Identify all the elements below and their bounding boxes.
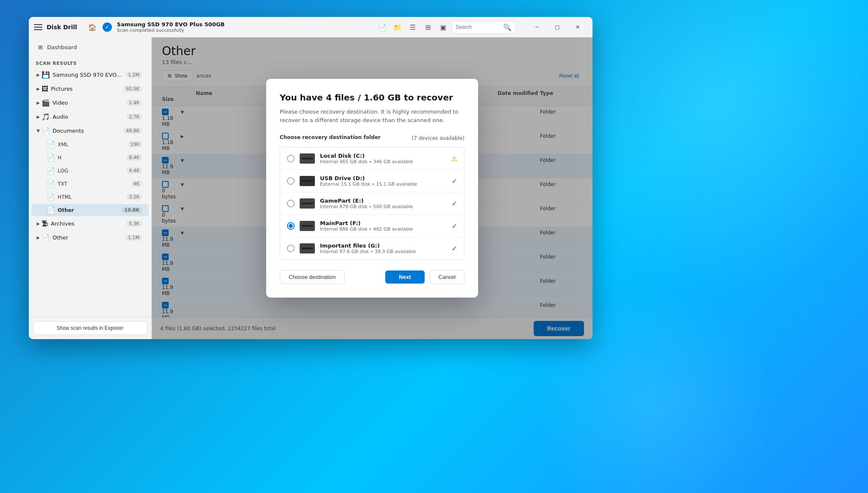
other-icon: 📄	[42, 234, 50, 242]
sidebar-item-audio[interactable]: ▶ 🎵 Audio 2.7K	[31, 110, 149, 123]
search-input[interactable]	[456, 24, 501, 30]
expand-icon: ▼	[35, 128, 42, 134]
modal-header-row: Choose recovery destination folder (7 de…	[280, 134, 465, 142]
dashboard-icon: ⊞	[38, 44, 43, 50]
drive-icon-e	[300, 198, 315, 209]
close-button[interactable]: ✕	[568, 20, 587, 34]
documents-count: 49.8K	[123, 128, 142, 134]
device-option-g[interactable]: Important files (G:) Internal 97.6 GB di…	[280, 237, 464, 259]
dashboard-label: Dashboard	[47, 44, 77, 50]
html-icon: 📄	[47, 193, 55, 201]
file-icon-btn[interactable]: 📄	[376, 20, 389, 34]
sidebar-item-h[interactable]: 📄 H 8.4K	[31, 151, 149, 164]
list-icon-btn[interactable]: ☰	[406, 20, 420, 34]
folder-icon-btn[interactable]: 📁	[391, 20, 404, 34]
archives-count: 5.3K	[126, 220, 142, 227]
device-radio-f[interactable]	[287, 222, 295, 230]
device-radio-e[interactable]	[287, 200, 295, 207]
sidebar-item-pictures[interactable]: ▶ 🖼 Pictures 92.5K	[31, 82, 149, 95]
device-status: Scan completed successfully	[117, 28, 225, 33]
device-status-f: ✓	[452, 222, 457, 230]
cancel-button[interactable]: Cancel	[430, 270, 465, 284]
choose-destination-button[interactable]: Choose destination	[280, 270, 345, 284]
app-title: Disk Drill	[47, 24, 77, 31]
h-label: H	[58, 155, 126, 161]
app-body: ⊞ Dashboard Scan results ▶ 💾 Samsung SSD…	[29, 37, 593, 339]
devices-list: Local Disk (C:) Internal 465 GB disk • 3…	[280, 147, 465, 260]
minimize-button[interactable]: ─	[527, 20, 547, 34]
samsung-count: 1.2M	[125, 72, 142, 78]
sidebar-item-documents[interactable]: ▼ 📄 Documents 49.8K	[31, 124, 149, 137]
maximize-button[interactable]: □	[548, 20, 567, 34]
device-info-g: Important files (G:) Internal 97.6 GB di…	[320, 242, 447, 254]
modal-devices-label: (7 devices available)	[412, 135, 465, 141]
next-button[interactable]: Next	[385, 270, 424, 284]
documents-icon: 📄	[42, 127, 50, 135]
device-radio-d[interactable]	[287, 177, 295, 185]
device-radio-c[interactable]	[287, 155, 295, 162]
html-label: HTML	[58, 194, 126, 200]
title-bar: Disk Drill 🏠 ✓ Samsung SSD 970 EVO Plus …	[29, 17, 593, 37]
other-count: 1.1M	[125, 234, 142, 241]
device-name: Samsung SSD 970 EVO Plus 500GB	[117, 21, 225, 28]
sidebar: ⊞ Dashboard Scan results ▶ 💾 Samsung SSD…	[29, 37, 152, 339]
sidebar-item-xml[interactable]: 📄 XML 19K	[31, 138, 149, 150]
device-desc-f: Internal 886 GB disk • 482 GB available	[320, 226, 447, 232]
app-window: Disk Drill 🏠 ✓ Samsung SSD 970 EVO Plus …	[29, 17, 593, 339]
device-desc-g: Internal 97.6 GB disk • 39.3 GB availabl…	[320, 249, 447, 254]
video-icon: 🎬	[42, 99, 50, 107]
device-option-c[interactable]: Local Disk (C:) Internal 465 GB disk • 3…	[280, 148, 464, 170]
device-option-d[interactable]: USB Drive (D:) External 15.1 GB disk • 1…	[280, 170, 464, 192]
pictures-label: Pictures	[51, 86, 123, 92]
device-name-e: GamePart (E:)	[320, 198, 447, 204]
other-docs-icon: 📄	[47, 206, 55, 214]
sidebar-item-other[interactable]: ▶ 📄 Other 1.1M	[31, 231, 149, 244]
sidebar-item-archives[interactable]: ▶ 🗜 Archives 5.3K	[31, 217, 149, 230]
sidebar-item-video[interactable]: ▶ 🎬 Video 1.4K	[31, 96, 149, 109]
drive-icon-g	[300, 243, 315, 253]
archives-label: Archives	[51, 220, 126, 227]
other-docs-count: 10.8K	[122, 207, 142, 213]
drive-icon-d	[300, 176, 315, 186]
device-radio-g[interactable]	[287, 245, 295, 252]
log-label: LOG	[58, 168, 126, 174]
device-name-f: MainPart (F:)	[320, 220, 447, 226]
expand-icon: ▶	[35, 220, 42, 227]
samsung-label: Samsung SSD 970 EVO...	[53, 72, 125, 78]
home-icon[interactable]: 🏠	[86, 20, 99, 34]
audio-label: Audio	[53, 114, 126, 120]
main-content: Other 13 files c... ⚙ Show ances Reset a…	[152, 37, 593, 339]
device-info-d: USB Drive (D:) External 15.1 GB disk • 1…	[320, 175, 447, 187]
status-check-icon: ✓	[103, 22, 112, 32]
grid-icon-btn[interactable]: ⊞	[421, 20, 435, 34]
sidebar-item-other-docs[interactable]: 📄 Other 10.8K	[31, 204, 149, 216]
toolbar-icons: 📄 📁 ☰ ⊞ ▣ 🔍	[376, 20, 515, 34]
other-docs-label: Other	[58, 207, 122, 213]
device-name-d: USB Drive (D:)	[320, 175, 447, 181]
hamburger-icon[interactable]	[34, 23, 42, 31]
sidebar-item-samsung[interactable]: ▶ 💾 Samsung SSD 970 EVO... 1.2M	[31, 68, 149, 81]
archives-icon: 🗜	[42, 220, 48, 228]
sidebar-section-label: Scan results	[29, 57, 151, 68]
modal-actions: Choose destination Next Cancel	[280, 270, 465, 284]
modal-title: You have 4 files / 1.60 GB to recover	[280, 92, 465, 103]
sidebar-footer: Show scan results in Explorer	[29, 317, 151, 339]
sidebar-item-html[interactable]: 📄 HTML 3.2K	[31, 191, 149, 203]
nav-icons: 🏠 ✓	[86, 20, 112, 34]
device-option-f[interactable]: MainPart (F:) Internal 886 GB disk • 482…	[280, 215, 464, 237]
device-desc-c: Internal 465 GB disk • 346 GB available	[320, 159, 446, 164]
sidebar-item-dashboard[interactable]: ⊞ Dashboard	[31, 41, 149, 54]
device-desc-e: Internal 878 GB disk • 500 GB available	[320, 204, 447, 209]
sidebar-item-txt[interactable]: 📄 TXT 4K	[31, 178, 149, 190]
video-count: 1.4K	[126, 100, 142, 106]
html-count: 3.2K	[126, 194, 142, 200]
sidebar-item-log[interactable]: 📄 LOG 4.4K	[31, 164, 149, 177]
show-in-explorer-button[interactable]: Show scan results in Explorer	[33, 321, 147, 335]
device-option-e[interactable]: GamePart (E:) Internal 878 GB disk • 500…	[280, 192, 464, 215]
device-status-g: ✓	[452, 245, 457, 253]
panel-icon-btn[interactable]: ▣	[437, 20, 450, 34]
device-info-c: Local Disk (C:) Internal 465 GB disk • 3…	[320, 153, 446, 164]
pictures-icon: 🖼	[42, 85, 48, 93]
recovery-destination-modal: You have 4 files / 1.60 GB to recover Pl…	[266, 79, 478, 298]
device-status-e: ✓	[452, 200, 457, 208]
